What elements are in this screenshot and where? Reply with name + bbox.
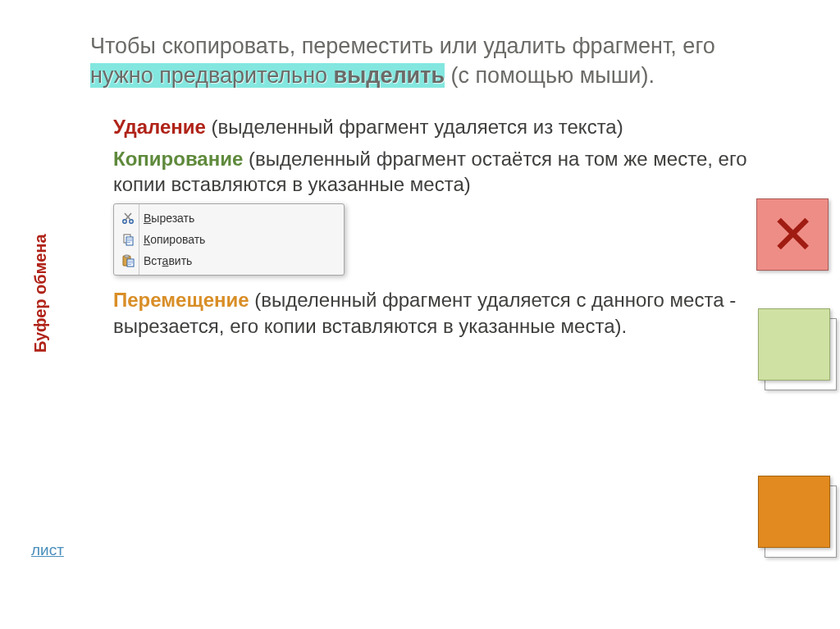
context-menu: Вырезать Копировать bbox=[113, 203, 345, 276]
menu-item-cut[interactable]: Вырезать bbox=[114, 207, 344, 229]
menu-paste-rest: вить bbox=[168, 254, 192, 267]
copy-icon bbox=[121, 232, 135, 247]
slide-content: Чтобы скопировать, переместить или удали… bbox=[0, 0, 840, 629]
paste-icon bbox=[121, 253, 135, 268]
title-highlight-bold: выделить bbox=[334, 63, 445, 88]
section-copy: Копирование (выделенный фрагмент остаётс… bbox=[113, 146, 750, 197]
menu-cut-u: В bbox=[144, 212, 151, 225]
svg-rect-14 bbox=[128, 264, 131, 265]
keyword-delete: Удаление bbox=[113, 116, 206, 138]
scissors-icon bbox=[121, 211, 135, 226]
link-list[interactable]: лист bbox=[31, 541, 64, 559]
menu-label-copy: Копировать bbox=[142, 233, 205, 246]
menu-copy-u: К bbox=[144, 233, 150, 246]
menu-cut-rest: ырезать bbox=[151, 212, 194, 225]
svg-rect-8 bbox=[127, 242, 130, 243]
section-delete: Удаление (выделенный фрагмент удаляется … bbox=[113, 114, 750, 139]
section-move: Перемещение (выделенный фрагмент удаляет… bbox=[113, 287, 750, 338]
menu-copy-rest: опировать bbox=[150, 233, 205, 246]
svg-rect-7 bbox=[127, 240, 132, 241]
title-highlight: нужно предварительно выделить bbox=[90, 63, 445, 88]
keyword-copy: Копирование bbox=[113, 148, 243, 170]
keyword-move: Перемещение bbox=[113, 289, 249, 311]
menu-item-copy[interactable]: Копировать bbox=[114, 229, 344, 250]
svg-rect-12 bbox=[128, 261, 133, 262]
svg-rect-6 bbox=[127, 239, 132, 239]
menu-label-paste: Вставить bbox=[142, 254, 192, 267]
slide-title: Чтобы скопировать, переместить или удали… bbox=[90, 31, 750, 91]
clipboard-sidebar-label: Буфер обмена bbox=[31, 234, 50, 353]
sticky-note-move bbox=[758, 476, 830, 548]
text-delete: (выделенный фрагмент удаляется из текста… bbox=[206, 116, 623, 138]
menu-item-paste[interactable]: Вставить bbox=[114, 250, 344, 271]
title-text-1: Чтобы скопировать, переместить или удали… bbox=[90, 34, 715, 58]
svg-rect-10 bbox=[125, 255, 129, 258]
x-mark-icon: ✕ bbox=[770, 207, 815, 262]
menu-label-cut: Вырезать bbox=[142, 212, 194, 225]
sticky-note-delete: ✕ bbox=[756, 198, 829, 271]
title-text-2: (с помощью мыши). bbox=[445, 63, 655, 88]
sticky-note-copy bbox=[758, 308, 830, 381]
menu-paste-pre: Вст bbox=[144, 254, 162, 267]
title-highlight-pre: нужно предварительно bbox=[90, 63, 334, 88]
svg-rect-13 bbox=[128, 262, 133, 263]
